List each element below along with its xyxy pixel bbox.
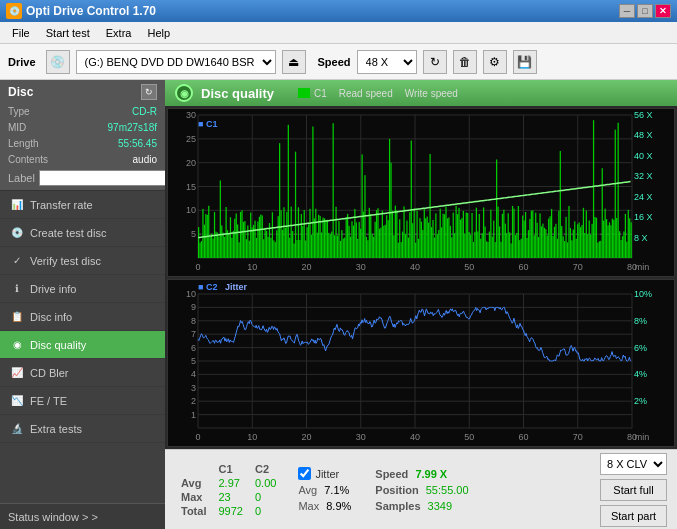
chart-c2-jitter [167,279,675,447]
speed-row: Speed 7.99 X [375,468,468,480]
menu-help[interactable]: Help [139,25,178,41]
mid-key: MID [8,120,26,136]
disc-quality-icon: ◉ [10,338,24,352]
avg-label: Avg [175,476,212,490]
chart2-canvas [168,280,674,446]
refresh-button[interactable]: ↻ [423,50,447,74]
minimize-button[interactable]: ─ [619,4,635,18]
legend-write-speed: Write speed [405,88,458,99]
chart1-canvas [168,109,674,276]
save-button[interactable]: 💾 [513,50,537,74]
contents-key: Contents [8,152,48,168]
speed-mode-select[interactable]: 8 X CLV [600,453,667,475]
sidebar: Disc ↻ Type CD-R MID 97m27s18f Length 55… [0,80,165,529]
main-layout: Disc ↻ Type CD-R MID 97m27s18f Length 55… [0,80,677,529]
nav-disc-info[interactable]: 📋 Disc info [0,303,165,331]
avg-c2: 0.00 [249,476,282,490]
mid-value: 97m27s18f [108,120,157,136]
eject-button[interactable]: ⏏ [282,50,306,74]
nav-cd-bler[interactable]: 📈 CD Bler [0,359,165,387]
avg-c1: 2.97 [212,476,248,490]
type-key: Type [8,104,30,120]
length-value: 55:56.45 [118,136,157,152]
jitter-max-row: Max 8.9% [298,500,351,512]
disc-refresh-button[interactable]: ↻ [141,84,157,100]
nav-fe-te[interactable]: 📉 FE / TE [0,387,165,415]
nav-disc-quality[interactable]: ◉ Disc quality [0,331,165,359]
verify-test-disc-icon: ✓ [10,254,24,268]
jitter-checkbox[interactable] [298,467,311,480]
control-buttons: 8 X CLV Start full Start part [600,453,667,527]
type-value: CD-R [132,104,157,120]
avg-label-jitter: Avg [298,484,317,496]
menu-start-test[interactable]: Start test [38,25,98,41]
disc-quality-icon-circle: ◉ [175,84,193,102]
jitter-avg: 7.1% [324,484,349,496]
speed-label: Speed [318,56,351,68]
disc-panel-title: Disc [8,85,33,99]
c1-label: C1 [314,88,327,99]
legend-c1: C1 [298,88,327,99]
col-c2: C2 [249,462,282,476]
label-input[interactable] [39,170,168,186]
nav-items: 📊 Transfer rate 💿 Create test disc ✓ Ver… [0,191,165,503]
nav-drive-info[interactable]: ℹ Drive info [0,275,165,303]
total-c2: 0 [249,504,282,518]
nav-create-test-disc[interactable]: 💿 Create test disc [0,219,165,247]
app-title: Opti Drive Control 1.70 [26,4,156,18]
content-area: ◉ Disc quality C1 Read speed Write speed [165,80,677,529]
contents-value: audio [133,152,157,168]
legend: C1 Read speed Write speed [298,88,458,99]
speed-select[interactable]: 48 X [357,50,417,74]
nav-transfer-rate[interactable]: 📊 Transfer rate [0,191,165,219]
settings-button[interactable]: ⚙ [483,50,507,74]
close-button[interactable]: ✕ [655,4,671,18]
jitter-stats: Jitter Avg 7.1% Max 8.9% [298,467,351,512]
c1-color-box [298,88,310,98]
transfer-rate-icon: 📊 [10,198,24,212]
jitter-avg-row: Avg 7.1% [298,484,351,496]
jitter-max: 8.9% [326,500,351,512]
drive-icon: 💿 [46,50,70,74]
speed-stat-label: Speed [375,468,408,480]
max-label: Max [175,490,212,504]
write-speed-label: Write speed [405,88,458,99]
jitter-checkbox-row: Jitter [298,467,351,480]
fe-te-icon: 📉 [10,394,24,408]
start-part-button[interactable]: Start part [600,505,667,527]
stats-bar: C1 C2 Avg 2.97 0.00 Max 23 0 Total [165,449,677,529]
position-label: Position [375,484,418,496]
drive-info-icon: ℹ [10,282,24,296]
samples-row: Samples 3349 [375,500,468,512]
drive-select[interactable]: (G:) BENQ DVD DD DW1640 BSRB [76,50,276,74]
chart-c1 [167,108,675,277]
title-bar: 💿 Opti Drive Control 1.70 ─ □ ✕ [0,0,677,22]
erase-button[interactable]: 🗑 [453,50,477,74]
start-full-button[interactable]: Start full [600,479,667,501]
app-icon: 💿 [6,3,22,19]
max-label-jitter: Max [298,500,319,512]
status-window-button[interactable]: Status window > > [0,503,165,529]
total-label: Total [175,504,212,518]
menu-extra[interactable]: Extra [98,25,140,41]
max-c1: 23 [212,490,248,504]
samples-value: 3349 [428,500,452,512]
disc-quality-header: ◉ Disc quality C1 Read speed Write speed [165,80,677,106]
stats-table: C1 C2 Avg 2.97 0.00 Max 23 0 Total [175,462,282,518]
menu-file[interactable]: File [4,25,38,41]
cd-bler-icon: 📈 [10,366,24,380]
menu-bar: File Start test Extra Help [0,22,677,44]
charts-area [165,106,677,449]
speed-position-stats: Speed 7.99 X Position 55:55.00 Samples 3… [375,468,468,512]
jitter-label: Jitter [315,468,339,480]
extra-tests-icon: 🔬 [10,422,24,436]
length-key: Length [8,136,39,152]
total-c1: 9972 [212,504,248,518]
maximize-button[interactable]: □ [637,4,653,18]
position-row: Position 55:55.00 [375,484,468,496]
nav-verify-test-disc[interactable]: ✓ Verify test disc [0,247,165,275]
position-value: 55:55.00 [426,484,469,496]
disc-panel: Disc ↻ Type CD-R MID 97m27s18f Length 55… [0,80,165,191]
nav-extra-tests[interactable]: 🔬 Extra tests [0,415,165,443]
read-speed-label: Read speed [339,88,393,99]
